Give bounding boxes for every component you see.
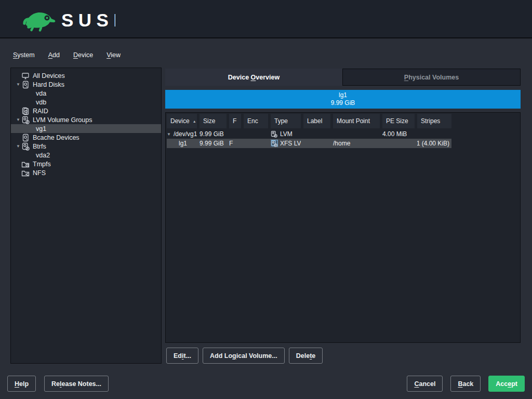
sidebar-item-all-devices[interactable]: All Devices bbox=[11, 71, 161, 80]
help-button[interactable]: Help bbox=[7, 376, 36, 392]
volume-name: lg1 bbox=[165, 91, 521, 99]
sidebar-item-btrfs[interactable]: ▼ Btrfs bbox=[11, 142, 161, 151]
column-header-size[interactable]: Size bbox=[200, 114, 227, 128]
sidebar-item-vdb[interactable]: vdb bbox=[11, 98, 161, 107]
add-logical-volume-button[interactable]: Add Logical Volume... bbox=[203, 348, 285, 364]
sidebar-item-vda2[interactable]: vda2 bbox=[11, 151, 161, 159]
column-header-device[interactable]: Device▲ bbox=[167, 114, 197, 128]
menu-system[interactable]: System bbox=[13, 51, 35, 59]
sort-asc-icon: ▲ bbox=[193, 119, 196, 123]
tab-physical-volumes[interactable]: Physical Volumes bbox=[342, 69, 521, 86]
table-row-dev-vg1[interactable]: ▼ /dev/vg1 9.99 GiB LVM 4.00 MiB bbox=[167, 129, 451, 139]
device-tree-panel: All Devices ▼ Hard Disks vda vdb RAID ▼ … bbox=[10, 68, 162, 364]
lvm-type-icon bbox=[271, 131, 277, 138]
column-header-pe-size[interactable]: PE Size bbox=[382, 114, 415, 128]
menu-device[interactable]: Device bbox=[73, 51, 93, 59]
device-table: Device▲ Size F Enc Type Label Mount Poin… bbox=[165, 112, 521, 343]
column-header-enc[interactable]: Enc bbox=[244, 114, 268, 128]
tab-bar: Device Overview Physical Volumes bbox=[165, 69, 521, 86]
row-expander-down-icon[interactable]: ▼ bbox=[167, 132, 174, 137]
column-header-mount-point[interactable]: Mount Point bbox=[333, 114, 380, 128]
footer-left: Help Release Notes... bbox=[7, 376, 109, 392]
brand-wordmark: SUSE bbox=[61, 10, 115, 30]
table-header-row: Device▲ Size F Enc Type Label Mount Poin… bbox=[167, 114, 520, 128]
sidebar-item-vg1[interactable]: vg1 bbox=[11, 124, 161, 133]
table-row-lg1[interactable]: lg1 9.99 GiB F XFS LV /home 1 (4.00 KiB) bbox=[167, 139, 451, 148]
release-notes-button[interactable]: Release Notes... bbox=[44, 376, 109, 392]
accept-button[interactable]: Accept bbox=[488, 376, 525, 392]
hard-disk-icon bbox=[21, 134, 30, 142]
suse-logo: SUSE bbox=[14, 6, 115, 34]
sidebar-item-vda[interactable]: vda bbox=[11, 89, 161, 98]
nfs-folder-icon bbox=[21, 169, 30, 177]
menu-add[interactable]: Add bbox=[48, 51, 60, 59]
volume-size: 9.99 GiB bbox=[165, 99, 521, 107]
expander-down-icon[interactable]: ▼ bbox=[15, 82, 21, 87]
footer-right: Cancel Back Accept bbox=[407, 376, 525, 392]
lvm-icon bbox=[21, 116, 30, 124]
sidebar-item-bcache-devices[interactable]: Bcache Devices bbox=[11, 133, 161, 142]
menubar: System Add Device View bbox=[13, 51, 121, 59]
column-header-label[interactable]: Label bbox=[303, 114, 330, 128]
xfs-lv-type-icon bbox=[271, 140, 277, 147]
volume-summary-bar: lg1 9.99 GiB bbox=[165, 90, 521, 109]
sidebar-item-raid[interactable]: RAID bbox=[11, 107, 161, 115]
computer-icon bbox=[21, 72, 30, 80]
column-header-type[interactable]: Type bbox=[271, 114, 301, 128]
sidebar-item-tmpfs[interactable]: Tmpfs bbox=[11, 159, 161, 168]
table-actions: Edit... Add Logical Volume... Delete bbox=[166, 348, 323, 364]
tmpfs-folder-icon bbox=[21, 160, 30, 168]
lvm-icon bbox=[21, 142, 30, 151]
sidebar-item-hard-disks[interactable]: ▼ Hard Disks bbox=[11, 80, 161, 89]
brand-header: SUSE bbox=[0, 0, 532, 38]
chameleon-icon bbox=[24, 12, 55, 31]
raid-icon bbox=[21, 107, 30, 115]
delete-button[interactable]: Delete bbox=[289, 348, 323, 364]
hard-disk-icon bbox=[21, 81, 30, 89]
edit-button[interactable]: Edit... bbox=[166, 348, 198, 364]
expander-down-icon[interactable]: ▼ bbox=[15, 117, 21, 122]
cancel-button[interactable]: Cancel bbox=[407, 376, 443, 392]
tab-device-overview[interactable]: Device Overview bbox=[165, 69, 342, 86]
sidebar-item-nfs[interactable]: NFS bbox=[11, 168, 161, 177]
menu-view[interactable]: View bbox=[107, 51, 121, 59]
expander-down-icon[interactable]: ▼ bbox=[15, 144, 21, 149]
back-button[interactable]: Back bbox=[450, 376, 481, 392]
column-header-f[interactable]: F bbox=[229, 114, 241, 128]
column-header-stripes[interactable]: Stripes bbox=[417, 114, 451, 128]
sidebar-item-lvm-volume-groups[interactable]: ▼ LVM Volume Groups bbox=[11, 115, 161, 124]
